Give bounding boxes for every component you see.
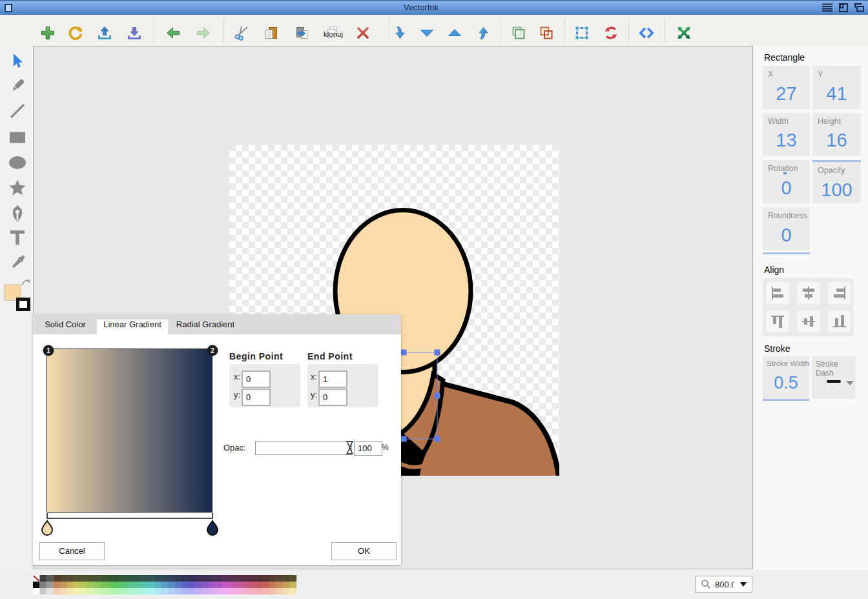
svg-text:1: 1 (46, 347, 50, 354)
svg-text:2: 2 (211, 347, 214, 354)
